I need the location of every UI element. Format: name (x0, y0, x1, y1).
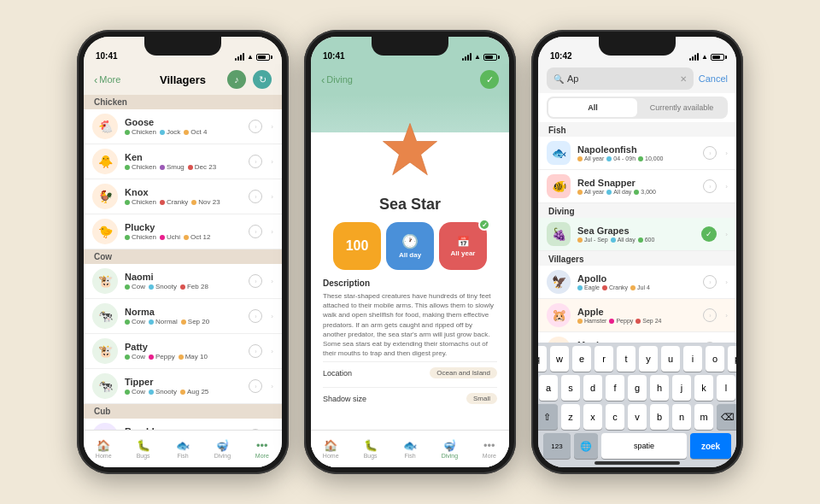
description-title: Description (323, 278, 497, 288)
spotify-button[interactable]: ♪ (227, 70, 246, 89)
key-t[interactable]: t (617, 346, 636, 372)
key-d[interactable]: d (583, 375, 602, 401)
list-item[interactable]: 🐥 Ken Chicken Smug Dec 23 › › (84, 144, 282, 179)
cancel-button[interactable]: Cancel (699, 73, 728, 84)
check-icon: › (249, 120, 262, 133)
key-s[interactable]: s (561, 375, 580, 401)
nav-bar-2: ‹ Diving ✓ (311, 64, 509, 95)
check-button-2[interactable]: ✓ (480, 70, 499, 89)
key-k[interactable]: k (694, 375, 713, 401)
key-x[interactable]: x (583, 404, 602, 430)
result-info: Apollo Eagle Cranky Jul 4 (577, 273, 696, 290)
hero-section (311, 95, 509, 189)
key-c[interactable]: c (606, 404, 624, 430)
list-item[interactable]: 🐹 Apple Hamster Peppy Sep 24 › › (538, 299, 736, 332)
notch (144, 37, 221, 56)
key-globe[interactable]: 🌐 (574, 433, 598, 459)
more-icon-2: ••• (483, 439, 495, 452)
avatar: 🐤 (92, 219, 118, 244)
key-w[interactable]: w (550, 346, 569, 372)
key-shift[interactable]: ⇧ (538, 404, 558, 430)
list-item[interactable]: 🐻 Barold Cub Lazy Mar 2 › › (84, 419, 282, 430)
avatar: 🐔 (92, 114, 118, 139)
battery-icon-3 (711, 54, 724, 61)
tab-diving-2[interactable]: 🤿 Diving (430, 431, 469, 467)
keyboard-row-3: ⇧ z x c v b n m ⌫ (540, 404, 735, 430)
key-u[interactable]: u (661, 346, 680, 372)
list-item[interactable]: 🐟 Napoleonfish All year 04 - 09h 10,000 … (538, 137, 736, 170)
tab-bugs-2[interactable]: 🐛 Bugs (350, 431, 390, 467)
wifi-icon: ▲ (247, 53, 254, 61)
check-icon: › (703, 308, 717, 322)
back-button-1[interactable]: ‹ More (94, 73, 120, 86)
result-info: Napoleonfish All year 04 - 09h 10,000 (577, 144, 696, 161)
list-item[interactable]: 🐄 Tipper Cow Snooty Aug 25 › › (84, 369, 282, 404)
location-value: Ocean and Island (430, 367, 497, 378)
tab-diving-1[interactable]: 🤿 Diving (202, 431, 242, 467)
list-item[interactable]: 🐄 Norma Cow Normal Sep 20 › › (84, 299, 282, 334)
key-v[interactable]: v (628, 404, 647, 430)
tab-bar-2: 🏠 Home 🐛 Bugs 🐟 Fish 🤿 Diving (311, 430, 509, 467)
key-i[interactable]: i (683, 346, 702, 372)
list-item[interactable]: 🐤 Plucky Chicken Uchi Oct 12 › › (84, 214, 282, 249)
villagers-list: Chicken 🐔 Goose Chicken Jock Oct 4 › › (84, 95, 282, 430)
key-h[interactable]: h (650, 375, 669, 401)
tab-fish-2[interactable]: 🐟 Fish (390, 431, 430, 467)
phone-search: 10:42 ▲ 🔍 Ap (531, 30, 743, 474)
key-b[interactable]: b (650, 404, 669, 430)
list-item[interactable]: 🐮 Patty Cow Peppy May 10 › › (84, 334, 282, 369)
key-q[interactable]: q (538, 346, 547, 372)
list-item[interactable]: 🐠 Red Snapper All year All day 3,000 › › (538, 170, 736, 203)
tab-home-2[interactable]: 🏠 Home (311, 431, 350, 467)
avatar: 🐹 (547, 303, 571, 327)
villager-info: Tipper Cow Snooty Aug 25 (125, 377, 242, 396)
list-item[interactable]: 🐔 Goose Chicken Jock Oct 4 › › (84, 109, 282, 144)
list-item[interactable]: 🐓 Knox Chicken Cranky Nov 23 › › (84, 179, 282, 214)
search-box[interactable]: 🔍 Ap ✕ (547, 67, 694, 90)
key-o[interactable]: o (706, 346, 724, 372)
key-r[interactable]: r (594, 346, 613, 372)
key-g[interactable]: g (628, 375, 647, 401)
key-a[interactable]: a (539, 375, 558, 401)
key-p[interactable]: p (728, 346, 736, 372)
tab-fish-1[interactable]: 🐟 Fish (163, 431, 202, 467)
shadow-value: Small (466, 393, 497, 404)
key-f[interactable]: f (606, 375, 624, 401)
key-j[interactable]: j (672, 375, 691, 401)
location-label: Location (323, 369, 430, 378)
key-e[interactable]: e (572, 346, 591, 372)
key-123[interactable]: 123 (543, 433, 571, 459)
key-n[interactable]: n (672, 404, 691, 430)
key-action[interactable]: zoek (690, 433, 731, 459)
key-space[interactable]: spatie (601, 433, 687, 459)
home-icon-2: 🏠 (324, 439, 337, 452)
tab-bugs-1[interactable]: 🐛 Bugs (123, 431, 162, 467)
avatar: 🐮 (92, 268, 118, 294)
signal-icon-2 (462, 54, 472, 61)
list-item[interactable]: 🦅 Apollo Eagle Cranky Jul 4 › › (538, 266, 736, 299)
key-l[interactable]: l (717, 375, 735, 401)
page-title-1: Villagers (160, 73, 206, 86)
tab-home-1[interactable]: 🏠 Home (84, 431, 123, 467)
tab-more-1[interactable]: ••• More (243, 431, 282, 467)
clear-icon[interactable]: ✕ (680, 74, 687, 84)
refresh-button[interactable]: ↻ (253, 70, 272, 89)
more-icon: ••• (256, 439, 268, 452)
filter-tabs: All Currently available (547, 97, 728, 119)
filter-available[interactable]: Currently available (637, 98, 726, 117)
tab-more-2[interactable]: ••• More (470, 431, 509, 467)
search-bar: 🔍 Ap ✕ Cancel (538, 64, 736, 93)
result-info: Red Snapper All year All day 3,000 (577, 178, 696, 195)
key-z[interactable]: z (561, 404, 580, 430)
key-m[interactable]: m (694, 404, 713, 430)
key-y[interactable]: y (639, 346, 658, 372)
list-item[interactable]: 🐻 Maple Cub Normal Jun 15 › › (538, 332, 736, 343)
back-button-2[interactable]: ‹ Diving (321, 73, 353, 86)
list-item[interactable]: 🍇 Sea Grapes Jul - Sep All day 600 ✓ › (538, 218, 736, 251)
filter-all[interactable]: All (548, 98, 637, 117)
search-input[interactable]: Ap (567, 73, 578, 84)
list-item[interactable]: 🐮 Naomi Cow Snooty Feb 28 › › (84, 264, 282, 299)
diving-icon-2: 🤿 (442, 439, 456, 452)
section-chicken: Chicken (84, 95, 282, 109)
key-backspace[interactable]: ⌫ (717, 404, 736, 430)
